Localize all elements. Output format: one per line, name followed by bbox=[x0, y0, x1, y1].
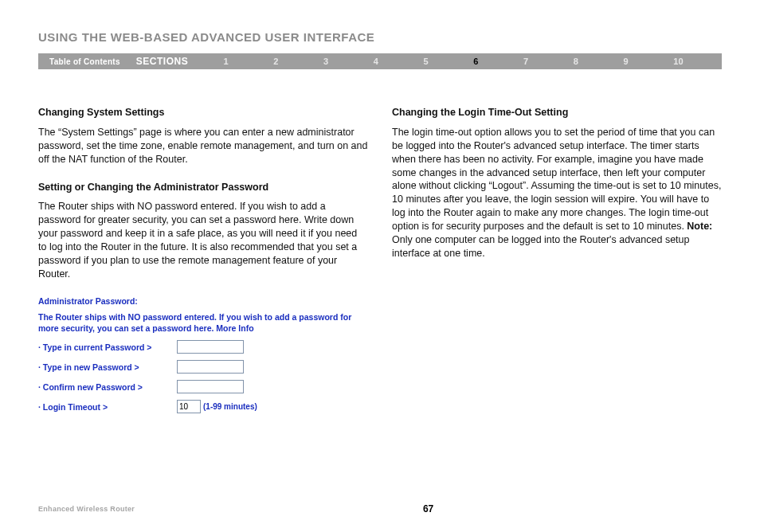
label-login-timeout: · Login Timeout > bbox=[38, 401, 177, 413]
row-confirm-password: · Confirm new Password > bbox=[38, 380, 368, 393]
page-header: USING THE WEB-BASED ADVANCED USER INTERF… bbox=[0, 0, 760, 53]
nav-section-3[interactable]: 3 bbox=[323, 57, 328, 66]
content-area: Changing System Settings The “System Set… bbox=[0, 69, 760, 413]
footer-page-number: 67 bbox=[135, 503, 722, 514]
nav-section-10[interactable]: 10 bbox=[673, 57, 683, 66]
paragraph-system-settings: The “System Settings” page is where you … bbox=[38, 126, 368, 166]
left-column: Changing System Settings The “System Set… bbox=[38, 106, 368, 413]
admin-password-panel: Administrator Password: The Router ships… bbox=[38, 295, 368, 414]
label-current-password: · Type in current Password > bbox=[38, 342, 177, 353]
heading-login-timeout: Changing the Login Time-Out Setting bbox=[392, 106, 722, 119]
nav-section-1[interactable]: 1 bbox=[223, 57, 228, 66]
timeout-text-a: The login time-out option allows you to … bbox=[392, 127, 721, 232]
admin-desc-text: The Router ships with NO password entere… bbox=[38, 312, 351, 333]
nav-bar: Table of Contents SECTIONS 12345678910 bbox=[38, 53, 722, 69]
heading-admin-password: Setting or Changing the Administrator Pa… bbox=[38, 181, 368, 194]
nav-sections-label: SECTIONS bbox=[131, 56, 201, 67]
nav-section-2[interactable]: 2 bbox=[273, 57, 278, 66]
nav-section-8[interactable]: 8 bbox=[574, 57, 578, 66]
row-current-password: · Type in current Password > bbox=[38, 340, 368, 354]
label-new-password: · Type in new Password > bbox=[38, 362, 177, 373]
admin-panel-desc: The Router ships with NO password entere… bbox=[38, 311, 368, 334]
input-new-password[interactable] bbox=[177, 360, 244, 374]
input-confirm-password[interactable] bbox=[177, 380, 244, 393]
admin-panel-title: Administrator Password: bbox=[38, 295, 368, 307]
nav-section-5[interactable]: 5 bbox=[424, 57, 429, 66]
label-confirm-password: · Confirm new Password > bbox=[38, 381, 177, 393]
input-login-timeout[interactable] bbox=[177, 400, 201, 413]
footer-brand: Enhanced Wireless Router bbox=[38, 505, 135, 513]
nav-toc-link[interactable]: Table of Contents bbox=[38, 57, 131, 66]
nav-section-9[interactable]: 9 bbox=[624, 57, 629, 66]
page-footer: Enhanced Wireless Router 67 bbox=[38, 503, 722, 514]
nav-section-4[interactable]: 4 bbox=[374, 57, 378, 66]
heading-changing-system-settings: Changing System Settings bbox=[38, 106, 368, 119]
nav-section-6[interactable]: 6 bbox=[473, 57, 478, 66]
nav-section-numbers: 12345678910 bbox=[201, 57, 722, 66]
note-label: Note: bbox=[687, 221, 712, 232]
row-new-password: · Type in new Password > bbox=[38, 360, 368, 374]
right-column: Changing the Login Time-Out Setting The … bbox=[392, 106, 722, 413]
timeout-text-b: Only one computer can be logged into the… bbox=[392, 234, 689, 259]
nav-section-7[interactable]: 7 bbox=[523, 57, 528, 66]
hint-login-timeout: (1-99 minutes) bbox=[203, 401, 257, 413]
more-info-link[interactable]: More Info bbox=[216, 323, 253, 333]
row-login-timeout: · Login Timeout > (1-99 minutes) bbox=[38, 400, 368, 413]
paragraph-admin-password: The Router ships with NO password entere… bbox=[38, 200, 368, 280]
input-current-password[interactable] bbox=[177, 340, 244, 354]
paragraph-login-timeout: The login time-out option allows you to … bbox=[392, 126, 722, 260]
page-title: USING THE WEB-BASED ADVANCED USER INTERF… bbox=[38, 30, 722, 44]
